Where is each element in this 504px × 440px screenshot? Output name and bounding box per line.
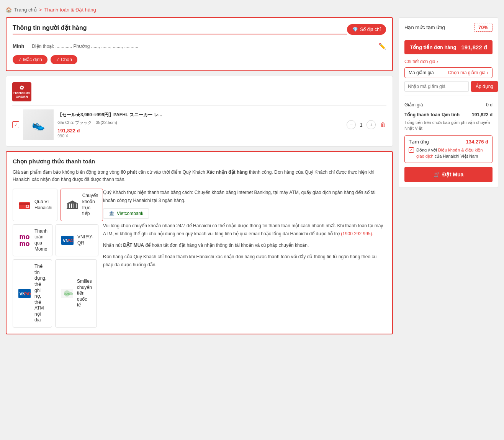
quantity-increase-button[interactable]: + [367, 120, 376, 129]
svg-rect-9 [77, 204, 78, 208]
breadcrumb-current: Thanh toán & Đặt hàng [44, 7, 96, 13]
order-summary-card: Hạn mức tạm ứng 70% Tổng tiền đơn hàng 1… [399, 17, 498, 188]
breadcrumb: 🏠 Trang chủ > Thanh toán & Đặt hàng [6, 4, 498, 17]
shop-section: ✿ HANAICHIORDER ✓ 👟 【セール★3,960⇒999円 [6, 76, 393, 147]
payment-method-momo[interactable]: momo Thanh toán qua Momo [13, 224, 52, 256]
coupon-choose-link[interactable]: Chọn mã giảm giá › [448, 70, 488, 75]
terms-text: Đồng ý với Điều khoản & điều kiện giao d… [416, 147, 488, 160]
total-order-amount: 191,822 đ [461, 44, 487, 51]
coupon-input-row: Áp dụng [404, 81, 493, 92]
product-details: 【セール★3,960⇒999円】PAFHL スニーカー レ... Ghi Chú… [57, 112, 343, 138]
smiles-label: Smilies chuyển tiền quốc tế [77, 279, 92, 308]
person-name: Minh [13, 43, 24, 49]
subtotal-label: Tổng thanh toán tạm tính [404, 112, 460, 117]
momo-label: Thanh toán qua Momo [34, 228, 47, 252]
address-detail: Điện thoại: ............. Phường ......,… [32, 44, 375, 49]
svg-rect-10 [67, 208, 78, 209]
address-row: Minh Điện thoại: ............. Phường ..… [13, 39, 386, 53]
momo-icon: momo [18, 234, 31, 246]
cart-icon: 🛒 [434, 171, 440, 178]
payment-desc-4: Đơn hàng của Quý Khách chỉ hoàn thành kh… [103, 253, 386, 269]
vietcombank-button[interactable]: 🏦 Vietcombank [103, 208, 149, 219]
coupon-input[interactable] [404, 81, 469, 92]
discount-row: Giảm giá 0 đ [404, 100, 493, 110]
product-note: Ghi Chú: ブラック - 35(22.5cm) [57, 120, 343, 125]
detail-link[interactable]: Chi tiết đơn giá › [404, 59, 493, 64]
svg-rect-5 [67, 204, 69, 208]
coupon-row: Mã giảm giá Chọn mã giảm giá › [404, 67, 493, 78]
bank-icon [65, 199, 79, 211]
svg-text:PAY: PAY [24, 292, 31, 296]
shipping-note: Tổng tiền trên chưa bao gồm phí vận chuy… [404, 120, 493, 132]
bank-transfer-label: Chuyển khoản trực tiếp [82, 193, 98, 217]
order-info-section: Thông tin người đặt hàng 💎 Sổ địa chỉ Mi… [6, 17, 393, 71]
product-image: 👟 [23, 109, 54, 140]
payment-notice: Giá sản phẩm đảm bảo không biến động tro… [13, 169, 386, 183]
svg-point-3 [27, 205, 28, 207]
svg-rect-1 [19, 203, 30, 205]
bank-options: 🏦 Vietcombank [103, 208, 386, 219]
subtotal-row: Tổng thanh toán tạm tính 191,822 đ [404, 110, 493, 120]
payment-method-atm[interactable]: VN PAY Thẻ tín dụng, thẻ ghi nợ, thẻ ATM… [13, 259, 52, 328]
breadcrumb-sep: > [39, 7, 42, 13]
payment-desc-2: Vui lòng chọn chuyển khoản nhanh 24/7 để… [103, 222, 386, 238]
payment-description: Quý Khách thực hiện thanh toán bằng cách… [103, 189, 386, 328]
payment-method-wallet[interactable]: Qua Ví Hanaichi [13, 189, 57, 221]
advance-percent-badge: 70% [474, 23, 493, 32]
vnpay-qr-label: VNPAY-QR [77, 234, 93, 246]
address-book-button[interactable]: 💎 Sổ địa chỉ [347, 24, 386, 35]
tam-ung-label: Tạm ứng [409, 139, 429, 145]
order-info-title: Thông tin người đặt hàng [13, 24, 347, 34]
apply-coupon-button[interactable]: Áp dụng [471, 81, 498, 92]
subtotal-value: 191,822 đ [472, 112, 493, 117]
terms-checkbox[interactable]: ✓ [409, 147, 414, 153]
payment-title: Chọn phương thức thanh toán [13, 158, 386, 165]
svg-text:PAY: PAY [67, 238, 74, 243]
total-order-row: Tổng tiền đơn hàng 191,822 đ [404, 40, 493, 54]
vnpay-icon: VN PAY [61, 234, 74, 246]
tam-ung-section: Tạm ứng 134,276 đ ✓ Đồng ý với Điều khoả… [404, 135, 493, 163]
advance-limit-label: Hạn mức tạm ứng [404, 24, 445, 30]
terms-row: ✓ Đồng ý với Điều khoản & điều kiện giao… [409, 147, 488, 160]
product-checkbox[interactable]: ✓ [12, 121, 19, 128]
wallet-label: Qua Ví Hanaichi [34, 199, 52, 211]
right-sidebar: Hạn mức tạm ứng 70% Tổng tiền đơn hàng 1… [399, 17, 498, 334]
product-name: 【セール★3,960⇒999円】PAFHL スニーカー レ... [57, 112, 343, 118]
tam-ung-row: Tạm ứng 134,276 đ [409, 139, 488, 145]
wallet-icon [18, 199, 31, 211]
payment-method-smiles[interactable]: Smiles Smilies chuyển tiền quốc tế [55, 259, 97, 328]
product-price-vnd: 191,822 đ [57, 128, 343, 134]
phone-link: (1900 292 995). [341, 231, 373, 236]
atm-icon: VN PAY [18, 287, 31, 300]
payment-desc-3: Nhấn nút ĐẶT MUA để hoàn tất đơn đặt hàn… [103, 241, 386, 249]
total-order-label: Tổng tiền đơn hàng [410, 44, 456, 50]
order-button[interactable]: 🛒 Đặt Mua [404, 167, 493, 182]
home-icon: 🏠 [6, 7, 12, 13]
vietcombank-icon: 🏦 [109, 211, 115, 216]
coupon-label: Mã giảm giá [409, 70, 434, 75]
smiles-icon: Smiles [60, 287, 74, 300]
payment-method-vnpay-qr[interactable]: VN PAY VNPAY-QR [56, 224, 98, 256]
svg-marker-4 [67, 200, 78, 204]
quantity-decrease-button[interactable]: − [347, 120, 356, 129]
product-price-yen: 990 ¥ [57, 134, 343, 138]
product-row: ✓ 👟 【セール★3,960⇒999円】PAFHL スニーカー レ... Ghi… [12, 109, 386, 140]
atm-label: Thẻ tín dụng, thẻ ghi nợ, thẻ ATM nội đị… [34, 264, 47, 323]
payment-section: Chọn phương thức thanh toán Giá sản phẩm… [6, 151, 393, 334]
quantity-control: − 1 + [347, 120, 376, 129]
breadcrumb-home[interactable]: Trang chủ [14, 7, 37, 13]
tam-ung-amount: 134,276 đ [466, 139, 488, 145]
choose-button[interactable]: ✓ Chọn [51, 55, 77, 64]
svg-rect-7 [72, 204, 74, 208]
edit-icon[interactable]: ✏️ [378, 42, 386, 50]
advance-limit-row: Hạn mức tạm ứng 70% [404, 23, 493, 36]
default-button[interactable]: ✓ Mặc định [13, 55, 47, 64]
delete-button[interactable]: 🗑 [380, 121, 386, 128]
svg-rect-8 [74, 204, 76, 208]
shop-logo: ✿ HANAICHIORDER [12, 82, 31, 101]
svg-rect-6 [70, 204, 71, 208]
payment-method-bank-transfer[interactable]: Chuyển khoản trực tiếp [61, 189, 103, 221]
quantity-value: 1 [358, 122, 364, 128]
payment-desc-1: Quý Khách thực hiện thanh toán bằng cách… [103, 189, 386, 204]
discount-label: Giảm giá [404, 102, 423, 108]
